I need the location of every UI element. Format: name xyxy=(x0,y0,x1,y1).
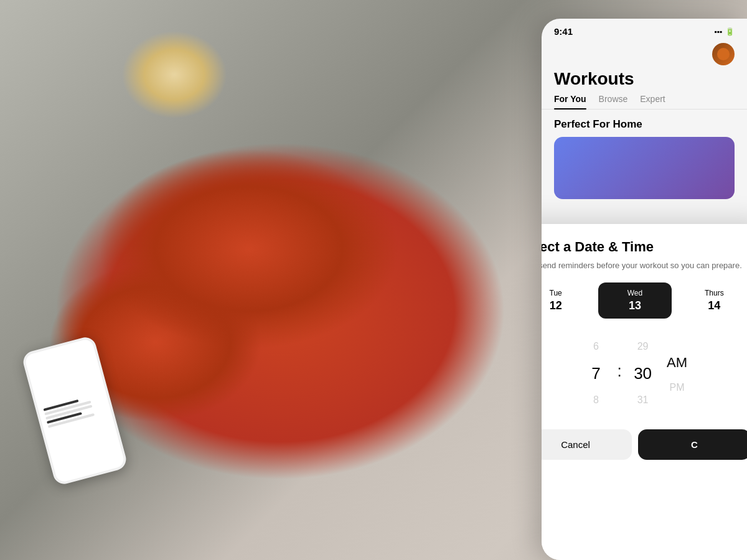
avatar-face xyxy=(717,48,730,60)
minutes-column[interactable]: 29 30 31 xyxy=(624,336,662,411)
app-header xyxy=(542,37,747,65)
status-time: 9:41 xyxy=(554,26,573,37)
date-cell-tue[interactable]: Tue 12 xyxy=(542,282,592,319)
tab-browse[interactable]: Browse xyxy=(599,94,628,109)
ampm-am: AM xyxy=(662,348,693,378)
app-panel: 9:41 ▪▪▪ 🔋 Workouts For You Browse Exper… xyxy=(542,19,747,560)
date-day-num-3: 14 xyxy=(708,299,720,312)
tab-expert[interactable]: Expert xyxy=(640,94,665,109)
modal-overlay: Select a Date & Time We'll send reminder… xyxy=(542,224,747,560)
hour-next: 8 xyxy=(577,390,614,411)
date-day-label-2: Wed xyxy=(627,289,642,297)
date-day-label: Tue xyxy=(550,289,562,297)
date-time-modal: Select a Date & Time We'll send reminder… xyxy=(542,224,747,560)
status-icons: ▪▪▪ 🔋 xyxy=(714,27,735,36)
date-cell-wed[interactable]: Wed 13 xyxy=(598,282,671,319)
ampm-column[interactable]: AM PM xyxy=(662,348,693,399)
confirm-button[interactable]: C xyxy=(638,429,747,460)
cancel-button[interactable]: Cancel xyxy=(542,429,632,460)
tab-for-you[interactable]: For You xyxy=(554,94,586,109)
date-day-num: 12 xyxy=(550,299,562,312)
time-colon: : xyxy=(614,362,624,381)
modal-subtitle: We'll send reminders before your workout… xyxy=(542,260,747,271)
tabs-row: For You Browse Expert xyxy=(542,89,747,110)
page-title: Workouts xyxy=(542,65,747,89)
hours-column[interactable]: 6 7 8 xyxy=(577,336,614,411)
modal-buttons: Cancel C xyxy=(542,429,747,460)
min-selected: 30 xyxy=(624,357,662,390)
avatar[interactable] xyxy=(712,43,735,65)
status-bar: 9:41 ▪▪▪ 🔋 xyxy=(542,19,747,37)
wifi-icon: 🔋 xyxy=(725,27,735,36)
date-day-label-3: Thurs xyxy=(705,289,724,297)
time-picker[interactable]: 6 7 8 : 29 30 31 AM PM xyxy=(542,330,747,417)
date-picker: Tue 12 Wed 13 Thurs 14 xyxy=(542,282,747,319)
min-next: 31 xyxy=(624,390,662,411)
min-prev: 29 xyxy=(624,336,662,357)
hour-selected: 7 xyxy=(577,357,614,390)
date-day-num-2: 13 xyxy=(629,299,641,312)
section-title: Perfect For Home xyxy=(542,110,747,137)
ampm-pm: PM xyxy=(662,377,693,398)
signal-icon: ▪▪▪ xyxy=(714,27,722,36)
modal-title: Select a Date & Time xyxy=(542,239,747,255)
hour-prev: 6 xyxy=(577,336,614,357)
date-cell-thu[interactable]: Thurs 14 xyxy=(678,282,747,319)
workout-card[interactable] xyxy=(554,137,735,199)
